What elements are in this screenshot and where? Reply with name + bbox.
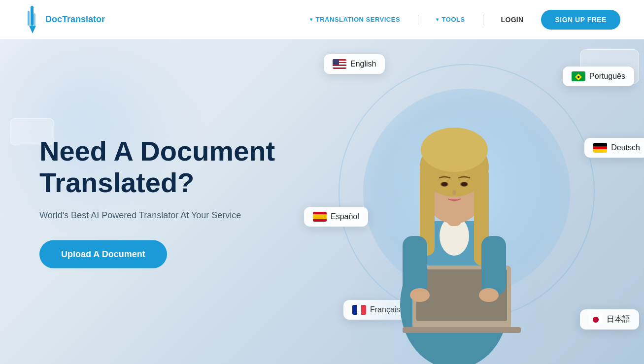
badge-japanese-label: 日本語	[607, 314, 630, 325]
badge-japanese: 日本語	[580, 309, 639, 330]
svg-rect-1	[28, 11, 30, 26]
nav-translation-services[interactable]: ▾ TRANSLATION SERVICES	[310, 16, 400, 23]
navigation: ▾ TRANSLATION SERVICES ▾ TOOLS LOGIN SIG…	[310, 10, 620, 30]
badge-deutsch-label: Deutsch	[611, 143, 640, 152]
flag-br	[572, 71, 585, 81]
nav-separator-2	[483, 15, 483, 25]
hero-title: Need A Document Translated?	[39, 135, 275, 199]
svg-point-24	[479, 288, 499, 302]
flag-de	[593, 143, 607, 153]
logo[interactable]: DocTranslator	[24, 6, 105, 33]
badge-espanol: Español	[304, 207, 368, 227]
nav-tools[interactable]: ▾ TOOLS	[436, 16, 465, 23]
svg-rect-22	[481, 236, 506, 295]
badge-portuguese: Português	[563, 66, 634, 86]
svg-point-12	[421, 128, 488, 172]
chevron-down-icon: ▾	[436, 17, 439, 22]
chevron-down-icon: ▾	[310, 17, 313, 22]
badge-portuguese-label: Português	[589, 72, 625, 81]
flag-jp	[589, 315, 603, 325]
svg-point-16	[461, 182, 467, 186]
hero-right-illustration: English Português Deutsch Español França…	[299, 39, 644, 364]
badge-espanol-label: Español	[331, 212, 359, 221]
badge-deutsch: Deutsch	[584, 138, 644, 158]
logo-icon	[24, 6, 41, 33]
svg-point-15	[441, 182, 447, 186]
svg-rect-20	[403, 327, 521, 333]
hero-subtitle: World's Best AI Powered Translator At Yo…	[39, 210, 275, 221]
character-illustration	[363, 68, 545, 364]
signup-button[interactable]: SIGN UP FREE	[541, 10, 620, 30]
logo-text: DocTranslator	[45, 14, 105, 25]
flag-us	[333, 59, 346, 69]
svg-rect-2	[34, 13, 35, 26]
badge-english-label: English	[350, 60, 376, 68]
upload-document-button[interactable]: Upload A Document	[39, 240, 167, 268]
svg-rect-0	[31, 6, 34, 26]
svg-point-17	[452, 190, 456, 195]
flag-es	[313, 212, 327, 222]
svg-point-23	[410, 288, 430, 302]
hero-section: Need A Document Translated? World's Best…	[0, 39, 644, 364]
svg-marker-3	[29, 26, 36, 33]
hero-left-content: Need A Document Translated? World's Best…	[39, 135, 275, 268]
svg-rect-21	[403, 236, 427, 295]
nav-login[interactable]: LOGIN	[501, 16, 524, 24]
nav-separator-1	[418, 15, 418, 25]
header: DocTranslator ▾ TRANSLATION SERVICES ▾ T…	[0, 0, 644, 39]
